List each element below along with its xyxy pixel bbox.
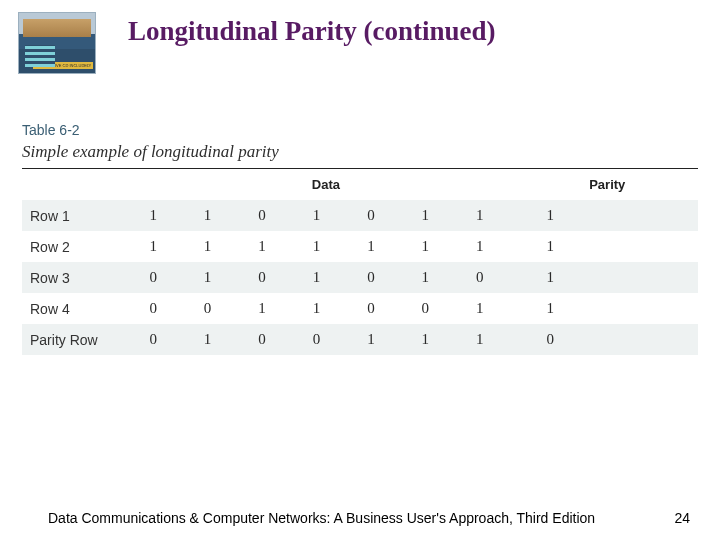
table-row: Row 4 0 0 1 1 0 0 1 1 (22, 293, 698, 324)
table-header-row: Data Parity (22, 169, 698, 200)
table-number: Table 6-2 (22, 122, 698, 138)
bit-cell: 0 (244, 200, 298, 231)
bit-cell: 1 (353, 324, 407, 355)
row-label: Row 2 (22, 231, 135, 262)
slide-footer: Data Communications & Computer Networks:… (0, 510, 720, 526)
parity-cell: 1 (516, 262, 698, 293)
bit-cell: 1 (190, 200, 244, 231)
bit-cell: 1 (299, 200, 353, 231)
bit-cell: 1 (244, 293, 298, 324)
bit-cell: 1 (408, 262, 462, 293)
bit-cell: 0 (353, 293, 407, 324)
table-row: Row 1 1 1 0 1 0 1 1 1 (22, 200, 698, 231)
table-row: Row 2 1 1 1 1 1 1 1 1 (22, 231, 698, 262)
row-label: Parity Row (22, 324, 135, 355)
table-row: Row 3 0 1 0 1 0 1 0 1 (22, 262, 698, 293)
row-label: Row 3 (22, 262, 135, 293)
bit-cell: 1 (408, 200, 462, 231)
bit-cell: 0 (135, 262, 189, 293)
bit-cell: 0 (244, 324, 298, 355)
bit-cell: 1 (135, 200, 189, 231)
bit-cell: 0 (353, 262, 407, 293)
col-parity-header: Parity (516, 169, 698, 200)
bit-cell: 1 (190, 231, 244, 262)
parity-cell: 0 (516, 324, 698, 355)
bit-cell: 0 (353, 200, 407, 231)
bit-cell: 0 (408, 293, 462, 324)
bit-cell: 1 (408, 231, 462, 262)
parity-cell: 1 (516, 200, 698, 231)
bit-cell: 1 (299, 262, 353, 293)
bit-cell: 1 (299, 231, 353, 262)
page-number: 24 (674, 510, 690, 526)
bit-cell: 0 (299, 324, 353, 355)
col-data-header: Data (135, 169, 516, 200)
slide-title: Longitudinal Parity (continued) (128, 16, 496, 47)
parity-table: Data Parity Row 1 1 1 0 1 0 1 1 1 Row 2 … (22, 169, 698, 355)
footer-text: Data Communications & Computer Networks:… (48, 510, 595, 526)
table-figure: Table 6-2 Simple example of longitudinal… (0, 74, 720, 355)
bit-cell: 1 (462, 293, 516, 324)
parity-cell: 1 (516, 231, 698, 262)
bit-cell: 1 (190, 324, 244, 355)
slide-header: INTERACTIVE CD INCLUDED! Longitudinal Pa… (0, 0, 720, 74)
bit-cell: 1 (462, 231, 516, 262)
bit-cell: 0 (135, 293, 189, 324)
table-caption: Simple example of longitudinal parity (22, 142, 698, 162)
col-blank (22, 169, 135, 200)
row-label: Row 4 (22, 293, 135, 324)
cd-tag: INTERACTIVE CD INCLUDED! (33, 62, 93, 69)
parity-cell: 1 (516, 293, 698, 324)
bit-cell: 1 (462, 200, 516, 231)
bit-cell: 1 (462, 324, 516, 355)
bit-cell: 1 (244, 231, 298, 262)
bit-cell: 1 (190, 262, 244, 293)
bit-cell: 0 (190, 293, 244, 324)
bit-cell: 1 (135, 231, 189, 262)
bit-cell: 1 (408, 324, 462, 355)
book-cover-thumbnail: INTERACTIVE CD INCLUDED! (18, 12, 96, 74)
row-label: Row 1 (22, 200, 135, 231)
bit-cell: 0 (244, 262, 298, 293)
bit-cell: 0 (135, 324, 189, 355)
bit-cell: 1 (353, 231, 407, 262)
table-row: Parity Row 0 1 0 0 1 1 1 0 (22, 324, 698, 355)
bit-cell: 0 (462, 262, 516, 293)
bit-cell: 1 (299, 293, 353, 324)
